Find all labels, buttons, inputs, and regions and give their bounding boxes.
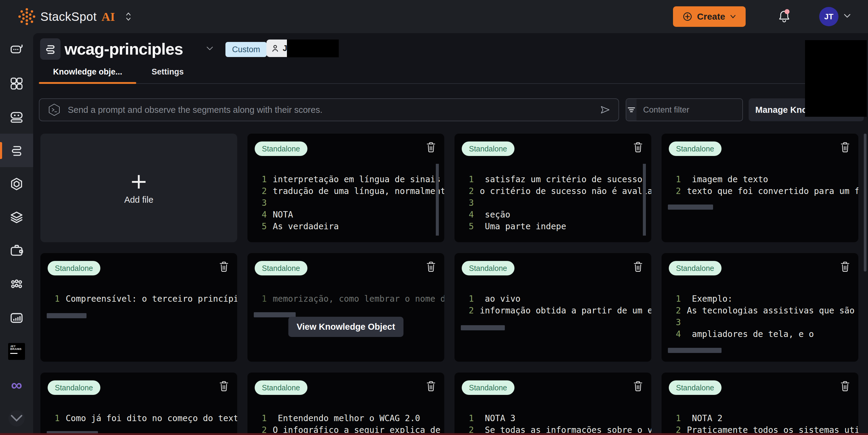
knowledge-object-card[interactable]: Standalone 1 satisfaz um critério de suc… <box>455 134 651 242</box>
studios-grid-icon <box>9 76 24 91</box>
filter-icon-segment <box>626 99 637 121</box>
card-horizontal-scrollbar[interactable] <box>668 205 713 210</box>
delete-icon[interactable] <box>425 260 437 274</box>
content-filter-input[interactable] <box>637 105 743 115</box>
tab-knowledge-objects[interactable]: Knowledge obje... <box>53 66 122 78</box>
line-number: 3 <box>253 198 267 208</box>
brand-name: StackSpot <box>40 10 97 24</box>
title-chevron-down-icon[interactable] <box>206 46 214 51</box>
create-button[interactable]: Create <box>673 6 746 27</box>
card-vertical-scrollbar[interactable] <box>436 164 439 236</box>
card-horizontal-scrollbar[interactable] <box>47 313 87 318</box>
tabs-divider <box>39 83 858 84</box>
code-line: 1Compreensível: o terceiro princípio de <box>40 293 237 305</box>
workflows-dots-icon <box>9 277 24 292</box>
delete-icon[interactable] <box>218 380 230 394</box>
knowledge-object-card[interactable]: Standalone 1 NOTA 22Praticamente todos o… <box>661 373 858 435</box>
line-number: 4 <box>253 210 267 220</box>
add-file-card[interactable]: + Add file <box>40 134 237 242</box>
tab-settings[interactable]: Settings <box>152 66 184 78</box>
card-vertical-scrollbar[interactable] <box>643 164 646 236</box>
sidebar-item-stacks[interactable] <box>0 201 33 234</box>
code-line: 2tradução de uma língua, normalmente <box>247 185 444 197</box>
delete-icon[interactable] <box>839 141 851 155</box>
delete-icon[interactable] <box>425 380 437 394</box>
notifications-bell-icon[interactable] <box>776 8 792 25</box>
line-number: 3 <box>668 317 681 327</box>
delete-icon[interactable] <box>632 380 644 394</box>
sidebar-item-wallet[interactable] <box>0 234 33 268</box>
line-text: Uma parte indepe <box>480 222 566 231</box>
delete-icon[interactable] <box>839 380 851 394</box>
code-line: 1Como já foi dito no começo do texto é <box>40 412 237 424</box>
workspace-switcher-icon[interactable] <box>124 10 132 23</box>
avatar[interactable]: JT <box>819 7 838 26</box>
sidebar-item-plugins[interactable] <box>0 167 33 201</box>
knowledge-source-tile <box>40 38 61 60</box>
code-line: 1 satisfaz um critério de sucesso <box>455 173 651 185</box>
card-horizontal-scrollbar[interactable] <box>668 348 721 353</box>
sidebar-item-metrics[interactable] <box>0 301 33 335</box>
segment-preview: 1 Exemplo:2As tecnologias assistivas que… <box>661 293 858 340</box>
code-line: 2texto que foi convertido para um format… <box>661 185 858 197</box>
standalone-badge: Standalone <box>462 261 515 276</box>
sidebar-item-workflows[interactable] <box>0 268 33 301</box>
knowledge-object-card[interactable]: Standalone 1Como já foi dito no começo d… <box>40 373 237 435</box>
chat-icon <box>9 43 24 57</box>
knowledge-object-card[interactable]: Standalone 1 Entendendo melhor o WCAG 2.… <box>247 373 444 435</box>
code-line: 5 Uma parte indepe <box>455 221 651 232</box>
prompt-input[interactable] <box>68 105 593 115</box>
standalone-badge: Standalone <box>48 380 100 395</box>
standalone-badge: Standalone <box>48 261 100 276</box>
line-text: NOTA 2 <box>687 413 722 423</box>
page-title: wcag-principles <box>64 39 183 58</box>
code-line: 3 <box>247 197 444 209</box>
sidebar-scroll-down[interactable] <box>0 402 33 435</box>
delete-icon[interactable] <box>632 260 644 274</box>
line-number: 1 <box>461 174 474 184</box>
stackspot-logo[interactable]: StackSpotAI <box>18 7 132 26</box>
standalone-badge: Standalone <box>255 261 307 276</box>
delete-icon[interactable] <box>218 260 230 274</box>
knowledge-object-card[interactable]: Standalone 1 ao vivo2informação obtida a… <box>455 253 651 362</box>
sidebar-item-studios[interactable] <box>0 67 33 100</box>
knowledge-object-card[interactable]: Standalone 1 Exemplo:2As tecnologias ass… <box>661 253 858 362</box>
notification-dot <box>784 9 789 14</box>
knowledge-object-card[interactable]: Standalone 1memorização, como lembrar o … <box>247 253 444 362</box>
segment-preview: 1 NOTA 22Praticamente todos os sistemas … <box>661 412 858 435</box>
plus-circle-icon <box>683 12 692 22</box>
page-scrollbar[interactable] <box>864 134 867 271</box>
cards-grid: + Add file Standalone 1interpretação em … <box>40 134 858 435</box>
sidebar-item-knowledge-sources[interactable] <box>0 134 33 167</box>
send-icon[interactable] <box>600 105 611 115</box>
knowledge-object-card[interactable]: Standalone 1 NOTA 32 Se todas as informa… <box>455 373 651 435</box>
line-text: Como já foi dito no começo do texto é <box>66 413 237 423</box>
sidebar-item-agents[interactable] <box>0 100 33 134</box>
active-tab-underline <box>39 82 136 84</box>
card-horizontal-scrollbar[interactable] <box>254 312 296 317</box>
sidebar-item-jetbrains[interactable]: JETBRAINS <box>0 335 33 368</box>
line-text: Entendendo melhor o WCAG 2.0 <box>273 413 420 423</box>
knowledge-object-card[interactable]: Standalone 1Compreensível: o terceiro pr… <box>40 253 237 362</box>
view-knowledge-object-tooltip[interactable]: View Knowledge Object <box>288 317 404 337</box>
code-line: 1 imagem de texto <box>661 173 858 185</box>
line-text: As tecnologias assistivas que são import <box>687 306 858 316</box>
line-number: 1 <box>668 294 681 304</box>
sidebar-item-chat[interactable] <box>0 33 33 67</box>
account-chevron-down-icon[interactable] <box>843 13 851 19</box>
line-number: 1 <box>253 174 267 184</box>
delete-icon[interactable] <box>839 260 851 274</box>
line-number: 1 <box>253 413 267 423</box>
card-horizontal-scrollbar[interactable] <box>461 325 505 330</box>
delete-icon[interactable] <box>425 141 437 155</box>
standalone-badge: Standalone <box>255 380 307 395</box>
knowledge-object-card[interactable]: Standalone 1interpretação em língua de s… <box>247 134 444 242</box>
owner-name: J <box>283 44 287 53</box>
line-text: informação obtida a partir de um evento <box>480 306 651 316</box>
sidebar-item-visual-studio[interactable]: ∞ <box>0 368 33 402</box>
segment-preview: 1 ao vivo2informação obtida a partir de … <box>455 293 651 316</box>
line-number: 1 <box>46 413 60 423</box>
knowledge-object-card[interactable]: Standalone 1 imagem de texto2texto que f… <box>661 134 858 242</box>
code-line: 4 ampliadores de tela, e o <box>661 328 858 340</box>
delete-icon[interactable] <box>632 141 644 155</box>
